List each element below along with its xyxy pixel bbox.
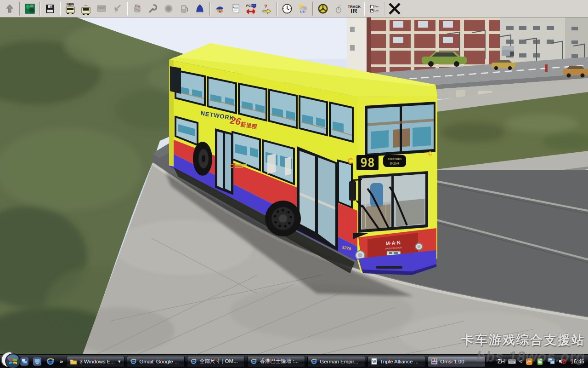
mouse-icon <box>333 3 344 14</box>
toolbar-separator <box>19 2 20 16</box>
hood-button[interactable] <box>192 1 207 17</box>
taskbar-clock[interactable]: 16:46 <box>571 358 584 365</box>
clock-icon <box>281 3 293 15</box>
save-icon <box>45 3 56 14</box>
bus-disabled-icon <box>96 3 107 14</box>
network-icon[interactable] <box>548 357 555 365</box>
switch-bus-label: ↔ <box>84 3 88 7</box>
volume-muted-icon[interactable] <box>559 357 566 365</box>
timetable-button[interactable] <box>228 1 243 17</box>
tray-app-green-icon[interactable] <box>537 357 544 365</box>
windows-taskbar: » 3 Windows E... ▼ Gmail: Google ... 全部尺… <box>0 354 588 368</box>
weather-button[interactable] <box>295 1 310 17</box>
pedestrian <box>545 64 548 72</box>
up-arrow-button[interactable] <box>2 1 17 17</box>
route-question-icon: ? <box>261 3 272 14</box>
windows-orb-icon <box>5 353 21 368</box>
destination-zh-text: 香港仔 <box>390 162 400 166</box>
tray-collapse-chevron[interactable]: < <box>519 358 522 365</box>
route-number-display: 98 <box>356 155 379 170</box>
steering-wheel-icon <box>317 3 329 15</box>
route-select-button[interactable]: ? <box>260 1 274 17</box>
mouse-button[interactable] <box>331 1 346 17</box>
ie-icon <box>190 358 197 365</box>
toolbar-separator <box>277 2 277 16</box>
switch-bus-button[interactable]: ↔ <box>79 1 93 17</box>
taskbar-button-omsi[interactable]: Omsi 1.00 <box>428 356 486 367</box>
destination-display: ABERDEEN 香港仔 <box>383 155 406 167</box>
remove-bus-button[interactable] <box>94 1 109 17</box>
omsi-icon <box>431 358 438 365</box>
trackir-button[interactable]: TRACK IR <box>347 1 362 17</box>
map-icon <box>24 3 36 15</box>
repair-wrench-button[interactable] <box>146 1 160 17</box>
enter-bus-button[interactable] <box>110 1 124 17</box>
checkbox1-label: Fan <box>374 5 379 8</box>
task-label: 全部尺寸 | OM... <box>199 358 242 365</box>
screen: NEW ↔ <box>0 0 588 368</box>
ie-icon <box>250 358 257 365</box>
language-indicator[interactable]: ZH <box>498 358 505 365</box>
tire-button[interactable] <box>161 1 176 17</box>
desktop-icon <box>33 357 41 366</box>
toolbar-separator <box>312 2 313 16</box>
taskbar-button-explorer-group[interactable]: 3 Windows E... ▼ <box>67 356 124 367</box>
folder-icon <box>70 358 77 365</box>
exit-button[interactable] <box>387 1 402 17</box>
new-bus-button[interactable]: NEW <box>63 1 78 17</box>
task-label: Triple Alliance ... <box>380 359 422 364</box>
task-buttons: 3 Windows E... ▼ Gmail: Google ... 全部尺寸 … <box>67 356 486 367</box>
switch-windows-icon <box>20 357 28 366</box>
fuel-button[interactable] <box>177 1 192 17</box>
task-label: 香港巴士論壇 :... <box>260 358 302 365</box>
taskbar-button-german-empire[interactable]: German Empir... <box>307 356 365 367</box>
fuel-pump-icon <box>179 3 190 14</box>
save-button[interactable] <box>43 1 57 17</box>
quicklaunch-overflow-chevron[interactable]: » <box>58 358 65 365</box>
system-tray: ZH < 16:46 <box>498 357 588 365</box>
ie-icon <box>311 358 317 365</box>
taskbar-button-omsi-page[interactable]: 全部尺寸 | OM... <box>187 356 245 367</box>
toolbar-separator <box>127 2 128 16</box>
keyboard-layout-icon[interactable] <box>508 357 516 365</box>
time-button[interactable] <box>280 1 294 17</box>
windshield <box>358 171 428 233</box>
steering-button[interactable] <box>316 1 330 17</box>
ai-traffic-button[interactable]: PC <box>244 1 259 17</box>
wrench-icon <box>147 3 158 14</box>
up-arrow-icon <box>4 3 15 14</box>
oilcan-button[interactable] <box>130 1 145 17</box>
brand-number-text: 26 <box>229 115 242 127</box>
front-wheel <box>265 201 301 236</box>
new-bus-label: NEW <box>67 3 74 6</box>
toolbar-separator <box>60 2 61 16</box>
task-label: Omsi 1.00 <box>440 359 482 364</box>
map-button[interactable] <box>23 1 37 17</box>
man-logo-text: M·A·N <box>385 240 401 246</box>
checkbox2-label: Lntr <box>374 9 379 12</box>
quick-launch <box>19 356 55 367</box>
svg-text:W: W <box>373 359 376 364</box>
options-checkboxes-icon: Fan Lntr <box>370 5 379 12</box>
pc-swap-icon: PC <box>245 3 257 14</box>
timetable-icon <box>230 3 241 14</box>
driver-button[interactable] <box>213 1 227 17</box>
route-number-text: 98 <box>360 156 374 170</box>
omsi-toolbar: NEW ↔ <box>0 0 588 17</box>
task-label: 3 Windows E... <box>79 359 115 364</box>
bus-icon <box>65 6 76 14</box>
internet-explorer-quicklaunch[interactable] <box>45 356 55 367</box>
scene: NETWORK 26 新里程 C <box>0 17 588 354</box>
group-dropdown-arrow: ▼ <box>117 359 121 364</box>
word-icon: W <box>371 358 378 365</box>
taskbar-button-gmail[interactable]: Gmail: Google ... <box>127 356 185 367</box>
svg-text:C: C <box>230 163 234 169</box>
show-desktop-quicklaunch[interactable] <box>32 356 42 367</box>
start-button[interactable] <box>1 351 17 368</box>
enter-arrow-icon <box>112 3 123 14</box>
taskbar-button-word-document[interactable]: W Triple Alliance ... <box>368 356 425 367</box>
simulation-viewport[interactable]: NETWORK 26 新里程 C <box>0 17 588 354</box>
taskbar-button-hk-bus-forum[interactable]: 香港巴士論壇 :... <box>247 356 305 367</box>
tray-app-orange-icon[interactable] <box>526 357 533 365</box>
options-button[interactable]: Fan Lntr <box>367 1 382 17</box>
